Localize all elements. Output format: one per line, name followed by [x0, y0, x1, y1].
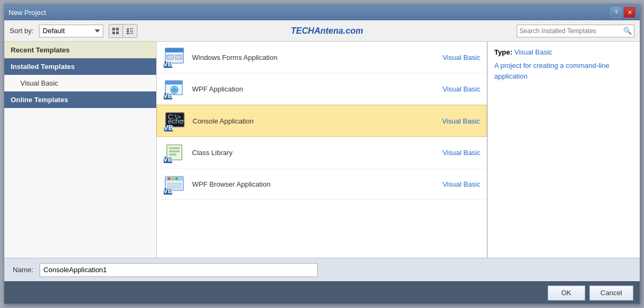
template-icon-winforms: VB — [163, 46, 186, 68]
cancel-button[interactable]: Cancel — [589, 286, 633, 301]
template-row[interactable]: VB WPF Browser Application Visual Basic — [157, 168, 487, 200]
svg-point-34 — [168, 178, 171, 180]
template-name-2: Console Application — [193, 117, 420, 125]
svg-point-36 — [175, 178, 178, 180]
template-row[interactable]: VB Class Library Visual Basic — [157, 137, 487, 168]
ok-button[interactable]: OK — [548, 286, 585, 301]
svg-rect-27 — [169, 147, 180, 149]
sidebar-item-recent[interactable]: Recent Templates — [4, 42, 156, 58]
svg-text:VB: VB — [164, 187, 173, 195]
name-label: Name: — [13, 266, 33, 274]
svg-text:VB: VB — [164, 91, 173, 99]
template-row[interactable]: VB WPF Application Visual Basic — [157, 73, 487, 105]
brand-text: TECHAntena.com — [143, 26, 511, 36]
template-icon-classlib: VB — [163, 141, 186, 164]
large-icon-view-button[interactable] — [109, 25, 123, 37]
bottom-bar: Name: — [4, 258, 640, 281]
template-name-4: WPF Browser Application — [192, 180, 420, 188]
sort-select[interactable]: Default — [39, 25, 103, 37]
template-name-1: WPF Application — [192, 85, 420, 93]
template-name-0: Windows Forms Application — [192, 53, 420, 61]
svg-rect-8 — [127, 33, 129, 34]
svg-text:VB: VB — [164, 124, 173, 132]
new-project-dialog: New Project ? ✕ Sort by: Default — [4, 4, 640, 304]
center-panel: VB Windows Forms Application Visual Basi… — [157, 42, 487, 258]
svg-text:VB: VB — [164, 60, 173, 68]
sidebar-item-visual-basic[interactable]: Visual Basic — [4, 75, 156, 91]
right-panel: Type: Visual Basic A project for creatin… — [487, 42, 640, 258]
template-icon-wpfbrowser: VB — [163, 173, 186, 195]
svg-rect-3 — [116, 32, 119, 34]
svg-rect-4 — [127, 28, 129, 30]
title-bar: New Project ? ✕ — [4, 4, 640, 20]
svg-rect-17 — [165, 81, 182, 84]
help-button[interactable]: ? — [610, 7, 622, 18]
svg-rect-1 — [116, 28, 119, 30]
sort-label: Sort by: — [10, 27, 34, 35]
template-lang-1: Visual Basic — [427, 85, 480, 93]
template-row[interactable]: VB Windows Forms Application Visual Basi… — [157, 42, 487, 73]
svg-point-35 — [172, 178, 174, 180]
left-panel: Recent Templates Installed Templates Vis… — [4, 42, 157, 258]
svg-rect-28 — [169, 150, 180, 152]
svg-text:VB: VB — [164, 155, 173, 163]
close-button[interactable]: ✕ — [624, 7, 635, 18]
svg-rect-11 — [165, 48, 183, 52]
description-text: A project for creating a command-line ap… — [494, 60, 633, 81]
svg-rect-9 — [130, 33, 133, 34]
svg-rect-0 — [112, 28, 115, 30]
template-name-3: Class Library — [192, 149, 420, 157]
template-lang-0: Visual Basic — [427, 53, 480, 61]
template-icon-console: C:\>_ echo hi VB — [164, 110, 186, 132]
search-icon: 🔍 — [623, 27, 632, 35]
main-content: Recent Templates Installed Templates Vis… — [4, 42, 640, 258]
toolbar: Sort by: Default — [4, 20, 640, 42]
svg-rect-13 — [167, 55, 173, 59]
type-label: Type: Visual Basic — [494, 48, 633, 56]
search-input[interactable] — [519, 27, 623, 35]
template-row-selected[interactable]: C:\>_ echo hi VB Console Application Vis… — [157, 105, 487, 137]
view-buttons — [109, 24, 137, 38]
svg-rect-5 — [130, 28, 133, 29]
dialog-title: New Project — [9, 9, 46, 17]
sidebar-item-online[interactable]: Online Templates — [4, 91, 156, 108]
template-icon-wpf: VB — [163, 78, 186, 100]
footer-buttons: OK Cancel — [4, 281, 640, 304]
svg-rect-7 — [130, 30, 133, 32]
project-name-input[interactable] — [40, 263, 318, 277]
template-lang-4: Visual Basic — [427, 180, 480, 188]
svg-rect-2 — [112, 32, 115, 34]
type-text: Type: — [494, 48, 512, 56]
title-bar-buttons: ? ✕ — [610, 7, 635, 18]
template-lang-3: Visual Basic — [427, 149, 480, 157]
search-box: 🔍 — [517, 25, 634, 37]
type-value: Visual Basic — [515, 48, 553, 56]
svg-rect-6 — [127, 30, 129, 32]
sidebar-item-installed[interactable]: Installed Templates — [4, 58, 156, 75]
template-lang-2: Visual Basic — [426, 117, 480, 125]
list-view-button[interactable] — [123, 25, 137, 37]
svg-rect-12 — [175, 55, 182, 59]
